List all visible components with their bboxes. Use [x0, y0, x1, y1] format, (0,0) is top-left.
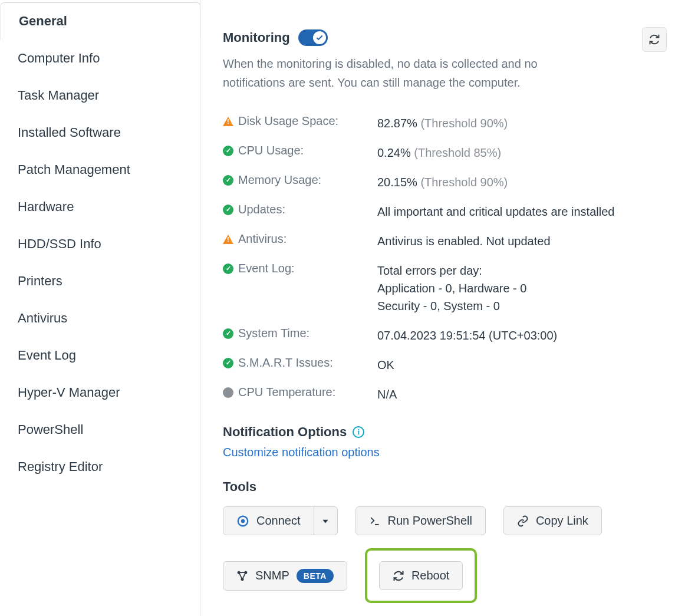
ok-icon: ✓	[223, 263, 233, 274]
refresh-icon	[648, 34, 660, 45]
metrics-list: Disk Usage Space: 82.87% (Threshold 90%)…	[223, 108, 653, 409]
metric-cpu-temp: CPU Temperature: N/A	[223, 380, 653, 409]
metric-value: N/A	[377, 386, 397, 403]
na-icon	[223, 387, 233, 398]
tab-installed-software[interactable]: Installed Software	[0, 114, 200, 151]
warning-icon	[223, 117, 233, 126]
tab-powershell[interactable]: PowerShell	[0, 411, 200, 449]
metric-label: Antivirus:	[238, 232, 287, 246]
metric-smart: ✓ S.M.A.R.T Issues: OK	[223, 350, 653, 380]
metric-cpu-usage: ✓ CPU Usage: 0.24% (Threshold 85%)	[223, 138, 653, 167]
metric-value: 0.24% (Threshold 85%)	[377, 144, 501, 162]
link-icon	[517, 515, 529, 527]
metric-label: CPU Usage:	[238, 144, 304, 157]
metric-label: Updates:	[238, 203, 285, 216]
ok-icon: ✓	[223, 358, 233, 368]
notification-options-heading: Notification Options i	[223, 424, 364, 440]
metric-value: OK	[377, 356, 394, 374]
metric-event-log: ✓ Event Log: Total errors per day: Appli…	[223, 256, 653, 321]
beta-badge: BETA	[297, 569, 334, 583]
metric-label: CPU Temperature:	[238, 386, 335, 399]
connect-dropdown[interactable]	[314, 506, 338, 535]
tab-general[interactable]: General	[1, 2, 200, 40]
connect-button[interactable]: Connect	[223, 506, 314, 535]
metric-label: Memory Usage:	[238, 173, 321, 187]
snmp-button[interactable]: SNMP BETA	[223, 561, 347, 591]
customize-notifications-link[interactable]: Customize notification options	[223, 446, 380, 459]
tab-antivirus[interactable]: Antivirus	[0, 300, 200, 337]
check-icon	[313, 31, 326, 44]
ok-icon: ✓	[223, 205, 233, 215]
info-icon[interactable]: i	[353, 426, 364, 438]
reboot-highlight: Reboot	[365, 548, 478, 603]
tab-registry-editor[interactable]: Registry Editor	[0, 449, 200, 486]
tools-heading: Tools	[223, 479, 653, 495]
run-powershell-button[interactable]: Run PowerShell	[355, 506, 486, 535]
tab-hdd-ssd-info[interactable]: HDD/SSD Info	[0, 226, 200, 263]
refresh-button[interactable]	[642, 27, 667, 52]
reboot-button[interactable]: Reboot	[379, 561, 463, 590]
tab-event-log[interactable]: Event Log	[0, 337, 200, 374]
terminal-icon	[369, 515, 381, 527]
sidebar: General Computer Info Task Manager Insta…	[0, 0, 200, 616]
metric-value: All important and critical updates are i…	[377, 203, 614, 220]
monitoring-heading: Monitoring	[223, 29, 328, 46]
metric-value: 82.87% (Threshold 90%)	[377, 114, 508, 132]
monitoring-toggle[interactable]	[298, 29, 328, 46]
metric-system-time: ✓ System Time: 07.04.2023 19:51:54 (UTC+…	[223, 321, 653, 350]
connect-icon	[236, 515, 249, 528]
metric-disk-usage: Disk Usage Space: 82.87% (Threshold 90%)	[223, 108, 653, 138]
reboot-icon	[393, 570, 404, 582]
connect-split-button: Connect	[223, 506, 338, 535]
svg-marker-2	[322, 519, 328, 523]
copy-link-button[interactable]: Copy Link	[503, 506, 602, 535]
svg-point-1	[241, 519, 245, 522]
metric-value: 20.15% (Threshold 90%)	[377, 173, 508, 191]
metric-label: Disk Usage Space:	[238, 114, 338, 128]
metric-memory-usage: ✓ Memory Usage: 20.15% (Threshold 90%)	[223, 167, 653, 197]
ok-icon: ✓	[223, 328, 233, 339]
warning-icon	[223, 235, 233, 244]
metric-label: System Time:	[238, 327, 309, 340]
tab-computer-info[interactable]: Computer Info	[0, 40, 200, 77]
chevron-down-icon	[321, 517, 330, 525]
tab-hardware[interactable]: Hardware	[0, 189, 200, 226]
tab-patch-management[interactable]: Patch Management	[0, 151, 200, 189]
ok-icon: ✓	[223, 175, 233, 186]
metric-label: S.M.A.R.T Issues:	[238, 356, 333, 370]
metric-updates: ✓ Updates: All important and critical up…	[223, 197, 653, 226]
tab-task-manager[interactable]: Task Manager	[0, 77, 200, 114]
metric-value: Antivirus is enabled. Not updated	[377, 232, 551, 250]
content-panel: Monitoring When the monitoring is disabl…	[200, 0, 675, 616]
ok-icon: ✓	[223, 146, 233, 156]
metric-antivirus: Antivirus: Antivirus is enabled. Not upd…	[223, 226, 653, 256]
metric-label: Event Log:	[238, 262, 295, 275]
metric-value: Total errors per day: Application - 0, H…	[377, 262, 526, 315]
monitoring-subtext: When the monitoring is disabled, no data…	[223, 54, 553, 92]
tab-printers[interactable]: Printers	[0, 263, 200, 300]
tab-hyperv-manager[interactable]: Hyper-V Manager	[0, 374, 200, 411]
network-icon	[236, 570, 248, 582]
metric-value: 07.04.2023 19:51:54 (UTC+03:00)	[377, 327, 557, 344]
monitoring-title: Monitoring	[223, 30, 290, 45]
